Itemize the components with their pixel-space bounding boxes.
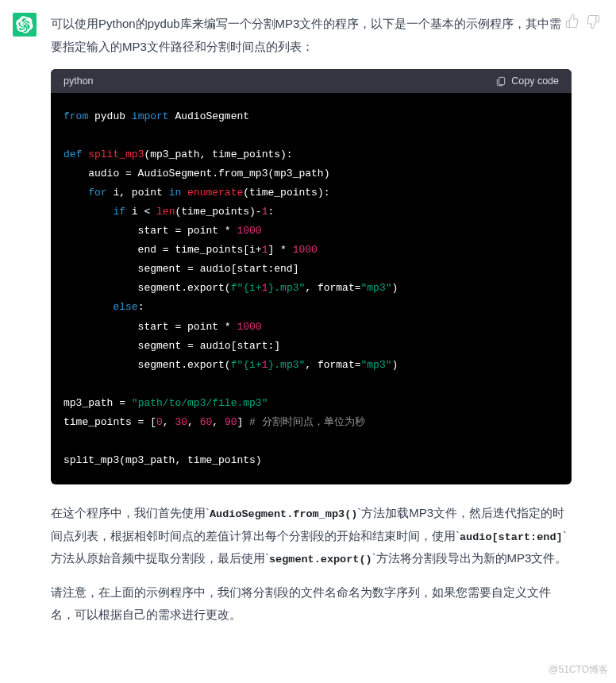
thumbs-up-icon <box>565 14 579 29</box>
assistant-avatar <box>13 13 37 37</box>
inline-code: AudioSegment.from_mp3() <box>210 508 357 520</box>
feedback-buttons <box>565 14 600 29</box>
svg-rect-0 <box>499 77 505 84</box>
note-paragraph: 请注意，在上面的示例程序中，我们将分割段的文件名命名为数字序列，如果您需要自定义… <box>51 581 572 627</box>
code-body[interactable]: from pydub import AudioSegment def split… <box>51 93 572 484</box>
message-container: 可以使用Python的pydub库来编写一个分割MP3文件的程序，以下是一个基本… <box>0 0 616 647</box>
copy-code-button[interactable]: Copy code <box>495 75 559 87</box>
code-block: python Copy code from pydub import Audio… <box>51 69 572 484</box>
openai-logo-icon <box>16 16 33 33</box>
code-header: python Copy code <box>51 69 572 93</box>
clipboard-icon <box>495 75 506 87</box>
inline-code: audio[start:end] <box>460 531 563 543</box>
thumbs-up-button[interactable] <box>565 14 579 29</box>
inline-code: segment.export() <box>269 554 372 565</box>
thumbs-down-button[interactable] <box>586 14 600 29</box>
code-language-label: python <box>64 75 94 87</box>
thumbs-down-icon <box>586 14 600 29</box>
copy-code-label: Copy code <box>511 75 559 87</box>
explanation-paragraph: 在这个程序中，我们首先使用`AudioSegment.from_mp3()`方法… <box>51 502 572 570</box>
intro-paragraph: 可以使用Python的pydub库来编写一个分割MP3文件的程序，以下是一个基本… <box>51 13 572 58</box>
avatar-column <box>13 13 44 638</box>
message-content: 可以使用Python的pydub库来编写一个分割MP3文件的程序，以下是一个基本… <box>44 13 603 638</box>
